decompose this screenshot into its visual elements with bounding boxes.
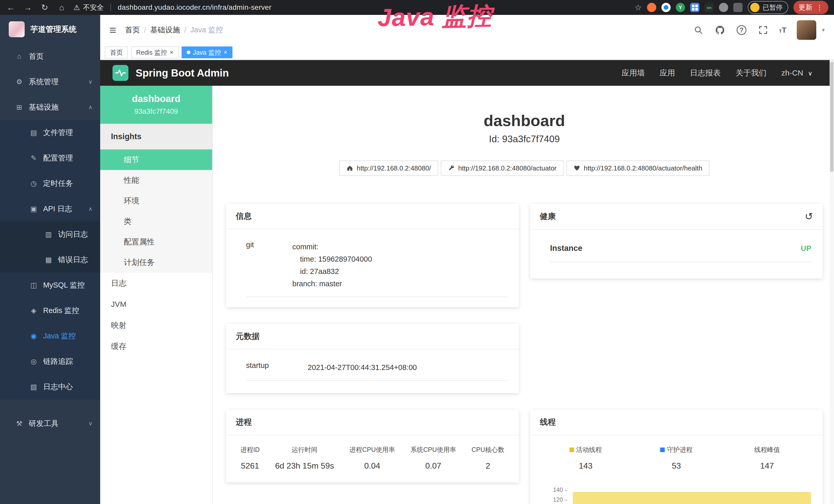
extension-icon-1[interactable] xyxy=(647,3,656,12)
history-icon[interactable]: ↺ xyxy=(805,211,813,222)
menu-item-scheduled-tasks[interactable]: 计划任务 xyxy=(100,252,212,273)
address-bar[interactable]: dashboard.yudao.iocoder.cn/infra/admin-s… xyxy=(118,3,271,12)
link-label: http://192.168.0.2:48080/ xyxy=(357,164,431,172)
log-center-icon: ▧ xyxy=(29,383,38,391)
instance-url-link[interactable]: http://192.168.0.2:48080/ xyxy=(339,160,438,176)
bookmark-star-icon[interactable]: ☆ xyxy=(634,3,642,12)
font-size-icon[interactable]: тT xyxy=(779,26,787,35)
sidebar-item-label: 定时任务 xyxy=(43,179,73,189)
profile-paused-pill[interactable]: 已暂停 xyxy=(748,1,788,14)
health-instance-row[interactable]: Instance UP xyxy=(550,244,812,262)
process-card: 进程 进程ID 5261 运行时间 6d 23h 15m 5 xyxy=(226,410,519,482)
file-icon: ▤ xyxy=(29,129,38,137)
admin-header: ≡ 首页 / 基础设施 / Java 监控 ? тT xyxy=(100,15,834,45)
menu-item-environment[interactable]: 环境 xyxy=(100,190,212,211)
cpu-cores: CPU核心数 2 xyxy=(471,445,504,471)
menu-item-caches[interactable]: 缓存 xyxy=(100,336,212,357)
sba-nav-about[interactable]: 关于我们 xyxy=(736,68,766,78)
search-icon[interactable] xyxy=(693,24,704,36)
sidebar-item-java-monitor[interactable]: ◉ Java 监控 xyxy=(0,323,100,349)
extensions-puzzle-icon[interactable] xyxy=(733,3,743,12)
app-logo[interactable]: 芋道管理系统 xyxy=(0,15,100,44)
reload-icon[interactable]: ↻ xyxy=(40,3,50,12)
menu-item-details[interactable]: 细节 xyxy=(100,150,212,170)
sidebar-item-file-management[interactable]: ▤ 文件管理 xyxy=(0,120,100,145)
logo-image xyxy=(9,21,25,37)
sba-nav-journal[interactable]: 日志报表 xyxy=(690,68,721,78)
sidebar-item-label: 系统管理 xyxy=(29,77,59,87)
extension-icon-4[interactable] xyxy=(690,3,699,12)
sidebar-item-scheduled-tasks[interactable]: ◷ 定时任务 xyxy=(0,171,100,196)
sidebar-item-mysql-monitor[interactable]: ◫ MySQL 监控 xyxy=(0,272,100,298)
process-cpu-usage: 进程CPU使用率 0.04 xyxy=(349,445,395,471)
forward-icon[interactable]: → xyxy=(23,3,33,12)
breadcrumb-infrastructure[interactable]: 基础设施 xyxy=(150,25,180,35)
actuator-url-link[interactable]: http://192.168.0.2:48080/actuator xyxy=(441,160,564,176)
extension-icon-3[interactable]: Y xyxy=(676,3,685,12)
sba-nav-applications[interactable]: 应用 xyxy=(660,68,675,78)
fullscreen-icon[interactable] xyxy=(758,24,769,36)
sidebar-item-access-logs[interactable]: ▥ 访问日志 xyxy=(0,222,100,247)
hamburger-icon[interactable]: ≡ xyxy=(109,23,116,37)
menu-item-config-props[interactable]: 配置属性 xyxy=(100,232,212,252)
extension-icon-2[interactable] xyxy=(661,3,671,12)
tab-home[interactable]: 首页 xyxy=(105,46,128,58)
sidebar-item-label: 链路追踪 xyxy=(43,357,73,367)
sidebar-item-trace[interactable]: ◎ 链路追踪 xyxy=(0,349,100,374)
sba-sidebar: dashboard 93a3fc7f7409 Insights 细节 性能 环境… xyxy=(100,86,213,504)
site-security-chip[interactable]: ⚠ 不安全 xyxy=(73,3,104,12)
close-icon[interactable]: × xyxy=(224,49,227,55)
timer-icon: ◷ xyxy=(29,180,38,188)
breadcrumb-separator: / xyxy=(144,26,146,35)
sidebar-item-label: 日志中心 xyxy=(43,382,73,392)
help-icon[interactable]: ? xyxy=(736,24,747,36)
sba-brand[interactable]: Spring Boot Admin xyxy=(136,67,229,79)
menu-item-classes[interactable]: 类 xyxy=(100,211,212,232)
menu-item-logs[interactable]: 日志 xyxy=(100,273,212,294)
sidebar-item-dev-tools[interactable]: ⚒ 研发工具 ∨ xyxy=(0,411,100,436)
breadcrumb-home[interactable]: 首页 xyxy=(125,25,140,35)
scrollbar[interactable] xyxy=(830,60,834,504)
close-icon[interactable]: × xyxy=(170,49,173,55)
sidebar-item-redis-monitor[interactable]: ◈ Redis 监控 xyxy=(0,298,100,323)
sidebar-item-system-management[interactable]: ⚙ 系统管理 ∨ xyxy=(0,69,100,94)
startup-value: 2021-04-27T00:44:31.254+08:00 xyxy=(308,361,417,373)
chevron-up-icon: ∧ xyxy=(88,206,92,212)
home-icon[interactable]: ⌂ xyxy=(57,3,67,12)
breadcrumb: 首页 / 基础设施 / Java 监控 xyxy=(125,25,223,35)
menu-item-mappings[interactable]: 映射 xyxy=(100,315,212,336)
sidebar-item-label: 文件管理 xyxy=(43,128,73,138)
sidebar-item-config-management[interactable]: ✎ 配置管理 xyxy=(0,145,100,171)
scrollbar-thumb[interactable] xyxy=(830,62,833,172)
extension-icon-5[interactable]: on xyxy=(705,3,714,12)
card-title: 线程 xyxy=(540,417,556,428)
api-log-icon: ▣ xyxy=(29,205,38,213)
chrome-update-button[interactable]: 更新 ⋮ xyxy=(793,1,828,14)
java-icon: ◉ xyxy=(29,332,38,340)
browser-menu-icon[interactable]: ⋮ xyxy=(816,3,823,12)
extension-icon-6[interactable] xyxy=(719,3,728,12)
menu-item-metrics[interactable]: 性能 xyxy=(100,170,212,190)
sidebar-item-log-center[interactable]: ▧ 日志中心 xyxy=(0,374,100,399)
github-icon[interactable] xyxy=(714,24,726,36)
sidebar-item-home[interactable]: ⌂ 首页 xyxy=(0,44,100,69)
sba-nav-wallboard[interactable]: 应用墙 xyxy=(621,68,645,78)
back-icon[interactable]: ← xyxy=(6,3,16,12)
sidebar-item-infrastructure[interactable]: ⊞ 基础设施 ∧ xyxy=(0,94,100,120)
page-subtitle-id: Id: 93a3fc7f7409 xyxy=(226,134,823,144)
instance-id: 93a3fc7f7409 xyxy=(103,107,210,116)
health-url-link[interactable]: http://192.168.0.2:48080/actuator/health xyxy=(566,160,709,176)
divider xyxy=(110,4,111,11)
tab-redis-monitor[interactable]: Redis 监控 × xyxy=(131,46,178,58)
threads-legend: 活动线程 143 守护进程 53 xyxy=(541,445,813,471)
link-label: http://192.168.0.2:48080/actuator/health xyxy=(584,164,702,172)
user-avatar[interactable] xyxy=(797,20,816,40)
sidebar-item-label: 基础设施 xyxy=(29,102,59,112)
sba-language-select[interactable]: zh-CN ∨ xyxy=(781,69,812,77)
menu-item-jvm[interactable]: JVM xyxy=(100,294,212,315)
sidebar-item-api-logs[interactable]: ▣ API 日志 ∧ xyxy=(0,196,100,222)
menu-section-insights: Insights xyxy=(100,124,212,150)
sidebar-item-error-logs[interactable]: ▦ 错误日志 xyxy=(0,247,100,272)
card-title: 进程 xyxy=(236,417,252,428)
tab-java-monitor[interactable]: Java 监控 × xyxy=(182,46,233,58)
